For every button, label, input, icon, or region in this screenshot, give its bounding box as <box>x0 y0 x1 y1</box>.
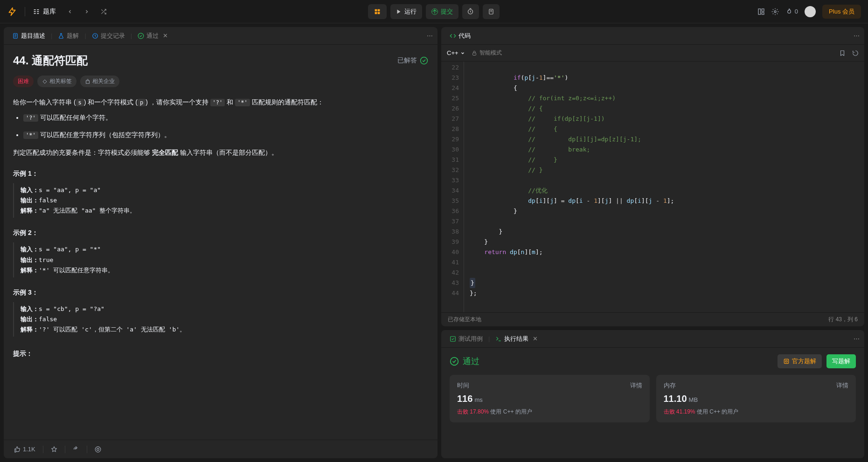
tab-label: 代码 <box>458 32 471 40</box>
description-body: 44. 通配符匹配 已解答 困难 相关标签 相关企业 给你一个输入字符串 (s)… <box>4 45 437 440</box>
feedback-button[interactable] <box>91 444 105 455</box>
tab-label: 执行结果 <box>504 335 528 343</box>
flask-icon <box>58 33 64 39</box>
example-2: 输入：s = "aa", p = "*" 输出：true 解释：'*' 可以匹配… <box>13 242 428 277</box>
results-tabs: 测试用例 | 执行结果✕ ⋯ <box>441 330 864 348</box>
svg-rect-2 <box>375 12 377 14</box>
tab-label: 测试用例 <box>458 335 483 343</box>
svg-point-12 <box>138 33 144 39</box>
left-panel: 题目描述 | 题解 | 提交记录 | 通过✕ ⋯ 44. 通配符匹配 已解答 困… <box>4 27 437 458</box>
divider <box>25 7 25 16</box>
example-3-title: 示例 3： <box>13 287 428 298</box>
language-selector[interactable]: C++ <box>447 49 465 56</box>
status-label: 通过 <box>463 356 479 367</box>
memory-card[interactable]: 内存详情 11.10MB 击败 41.19% 使用 C++ 的用户 <box>656 375 856 422</box>
svg-rect-18 <box>451 336 456 341</box>
official-solution-button[interactable]: 官方题解 <box>778 354 822 368</box>
example-1-title: 示例 1： <box>13 168 428 179</box>
check-icon <box>138 33 144 39</box>
tab-code[interactable]: 代码 <box>446 29 474 42</box>
problems-label: 题库 <box>43 7 56 16</box>
tab-accepted[interactable]: 通过✕ <box>134 29 172 42</box>
tab-label: 题目描述 <box>21 32 45 40</box>
avatar[interactable] <box>805 6 816 17</box>
nav-arrows <box>63 5 110 18</box>
problems-link[interactable]: 题库 <box>33 7 56 16</box>
cursor-position: 行 43，列 6 <box>828 316 858 324</box>
detail-link[interactable]: 详情 <box>836 381 848 390</box>
more-button[interactable]: ⋯ <box>854 335 860 342</box>
problem-content: 给你一个输入字符串 (s) 和一个字符模式 (p) ，请你实现一个支持 '?' … <box>13 97 428 359</box>
hints-title: 提示： <box>13 348 428 359</box>
topbar-right: 0 Plus 会员 <box>757 5 861 19</box>
tab-label: 提交记录 <box>101 32 125 40</box>
topics-tag[interactable]: 相关标签 <box>37 76 76 87</box>
solved-badge: 已解答 <box>397 56 428 65</box>
run-button[interactable]: 运行 <box>390 4 422 19</box>
notes-button[interactable] <box>483 4 500 19</box>
right-column: 代码 ⋯ C++ 智能模式 22232425262728293031323334… <box>441 27 864 458</box>
bookmark-button[interactable] <box>47 444 61 455</box>
topbar: 题库 运行 提交 0 Plus 会员 <box>0 0 868 23</box>
result-actions: 官方题解 写题解 <box>778 354 856 368</box>
timer-button[interactable] <box>462 4 479 19</box>
svg-rect-7 <box>758 9 761 14</box>
close-icon[interactable]: ✕ <box>533 335 538 342</box>
settings-button[interactable] <box>771 8 779 15</box>
status-pass: 通过 <box>450 356 479 367</box>
time-card[interactable]: 时间详情 116ms 击败 17.80% 使用 C++ 的用户 <box>450 375 650 422</box>
companies-tag[interactable]: 相关企业 <box>80 76 119 87</box>
debug-button[interactable] <box>368 4 387 19</box>
svg-rect-0 <box>375 9 377 11</box>
card-label: 内存 <box>664 381 676 390</box>
tab-label: 通过 <box>146 32 159 40</box>
svg-point-19 <box>451 358 458 365</box>
svg-point-16 <box>97 448 99 450</box>
tab-solution[interactable]: 题解 <box>54 29 83 42</box>
left-tabs: 题目描述 | 题解 | 提交记录 | 通过✕ ⋯ <box>4 27 437 45</box>
logo[interactable] <box>7 7 17 17</box>
plus-button[interactable]: Plus 会员 <box>822 5 861 19</box>
more-button[interactable]: ⋯ <box>427 32 433 39</box>
close-icon[interactable]: ✕ <box>163 32 168 39</box>
tab-submissions[interactable]: 提交记录 <box>88 29 129 42</box>
description-footer: 1.1K <box>4 440 437 458</box>
reset-button[interactable] <box>852 50 859 56</box>
check-circle-icon <box>420 56 428 65</box>
more-button[interactable]: ⋯ <box>854 32 860 39</box>
tab-testcase[interactable]: 测试用例 <box>446 332 486 345</box>
example-1: 输入：s = "aa", p = "a" 输出：false 解释："a" 无法匹… <box>13 183 428 218</box>
layout-button[interactable] <box>757 8 765 15</box>
topbar-center: 运行 提交 <box>110 4 757 19</box>
svg-rect-8 <box>762 9 764 11</box>
like-button[interactable]: 1.1K <box>10 444 39 455</box>
streak[interactable]: 0 <box>785 8 798 15</box>
code-status-bar: 已存储至本地 行 43，列 6 <box>441 312 864 326</box>
svg-rect-14 <box>86 81 90 83</box>
tab-description[interactable]: 题目描述 <box>8 29 49 42</box>
result-header: 通过 官方题解 写题解 <box>441 348 864 375</box>
doc-icon <box>12 33 19 39</box>
share-button[interactable] <box>69 444 83 455</box>
write-solution-button[interactable]: 写题解 <box>826 354 856 368</box>
svg-rect-9 <box>762 13 764 14</box>
svg-rect-1 <box>378 9 380 11</box>
prev-button[interactable] <box>63 5 76 18</box>
svg-point-15 <box>95 447 101 452</box>
submit-label: 提交 <box>441 7 453 16</box>
tags-row: 困难 相关标签 相关企业 <box>13 76 428 87</box>
code-lines: if(p[j-1]=='*') { // for(int z=0;z<=i;z+… <box>464 62 864 312</box>
smart-mode[interactable]: 智能模式 <box>472 49 502 57</box>
next-button[interactable] <box>80 5 93 18</box>
shuffle-button[interactable] <box>97 5 110 18</box>
title-row: 44. 通配符匹配 已解答 <box>13 53 428 68</box>
run-label: 运行 <box>404 7 417 16</box>
svg-point-10 <box>774 11 776 13</box>
tab-result[interactable]: 执行结果✕ <box>492 332 542 345</box>
detail-link[interactable]: 详情 <box>630 381 642 390</box>
example-3: 输入：s = "cb", p = "?a" 输出：false 解释：'?' 可以… <box>13 302 428 337</box>
bookmark-code-button[interactable] <box>839 50 846 56</box>
code-editor[interactable]: 2223242526272829303132333435363738394041… <box>441 62 864 312</box>
submit-button[interactable]: 提交 <box>426 4 458 19</box>
svg-rect-3 <box>378 12 380 14</box>
